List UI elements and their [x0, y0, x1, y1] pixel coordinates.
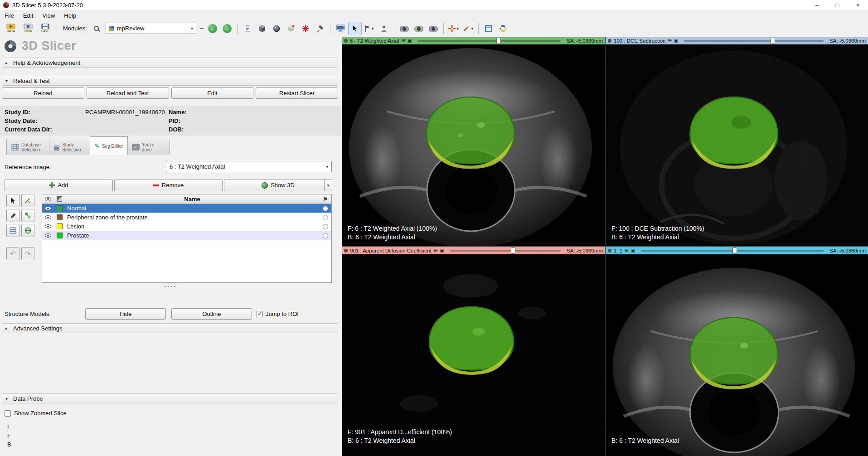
- section-advanced-settings[interactable]: ▸ Advanced Settings: [2, 323, 338, 333]
- segment-status-radio[interactable]: [323, 224, 328, 229]
- module-back-button[interactable]: ←: [206, 22, 219, 35]
- transforms-module-button[interactable]: [299, 22, 312, 35]
- models-module-button[interactable]: [284, 22, 298, 35]
- module-history-button[interactable]: [199, 23, 205, 34]
- slider-handle[interactable]: [771, 38, 775, 44]
- sphere-brush-button[interactable]: [21, 224, 34, 237]
- crosshair-button[interactable]: ▾: [447, 22, 461, 35]
- view-menu-icon[interactable]: ⊞: [434, 248, 437, 253]
- tab-seg-editor[interactable]: ✎ Seg Editor: [90, 136, 127, 155]
- segment-row-peripheral-zone[interactable]: Peripheral zone of the prostate: [42, 213, 331, 222]
- capture-view-button[interactable]: [398, 22, 411, 35]
- screenshot-button[interactable]: [334, 22, 347, 35]
- slice-offset-slider[interactable]: [417, 40, 561, 42]
- menu-file[interactable]: File: [0, 10, 19, 21]
- show-zoomed-slice-checkbox[interactable]: [5, 410, 11, 417]
- visibility-eye-icon[interactable]: [45, 206, 51, 210]
- restart-slicer-button[interactable]: Restart Slicer: [256, 87, 338, 99]
- slice-view-compare[interactable]: B: 6 : T2 Weighted Axial: [606, 254, 868, 456]
- slider-handle[interactable]: [732, 247, 737, 254]
- qt-designer-button[interactable]: [482, 22, 495, 35]
- segment-status-radio[interactable]: [323, 206, 328, 211]
- fill-between-slices-button[interactable]: [21, 209, 34, 222]
- reload-button[interactable]: Reload: [2, 87, 84, 99]
- edit-button[interactable]: Edit: [171, 87, 254, 99]
- menu-view[interactable]: View: [38, 10, 59, 21]
- jump-to-roi-checkbox[interactable]: ✓: [257, 311, 263, 317]
- module-history-list-button[interactable]: [241, 22, 254, 35]
- visibility-eye-icon[interactable]: [45, 233, 51, 238]
- hide-button[interactable]: Hide: [85, 308, 166, 320]
- section-reload-test[interactable]: ▾ Reload & Test: [2, 76, 338, 86]
- segment-status-radio[interactable]: [323, 233, 328, 238]
- module-search-button[interactable]: [90, 22, 103, 35]
- redo-button[interactable]: ↷: [21, 247, 34, 260]
- minimize-button[interactable]: –: [807, 0, 827, 10]
- patient-orientation-button[interactable]: [377, 22, 391, 35]
- module-forward-button[interactable]: →: [220, 22, 234, 35]
- segment-row-prostate[interactable]: Prostate: [42, 231, 331, 240]
- slice-offset-slider[interactable]: [450, 250, 561, 252]
- volumes-module-button[interactable]: [270, 22, 283, 35]
- view-menu-icon[interactable]: ⊞: [668, 38, 671, 43]
- segment-color-swatch[interactable]: [57, 205, 63, 211]
- menu-help[interactable]: Help: [59, 10, 81, 21]
- paint-effect-button[interactable]: [21, 194, 34, 207]
- tab-youre-done[interactable]: ✓ You're done: [127, 139, 170, 155]
- table-view-button[interactable]: [6, 224, 19, 237]
- slice-view-dce-subtraction[interactable]: F: 100 : DCE Subtraction (100%) B: 6 : T…: [606, 44, 868, 246]
- section-data-probe[interactable]: ▾ Data Probe: [2, 393, 338, 403]
- module-selector-combo[interactable]: mpReview ▾: [106, 23, 196, 34]
- slice-offset-slider[interactable]: [684, 40, 824, 42]
- show-3d-menu-arrow[interactable]: ▾: [324, 179, 332, 191]
- segment-color-swatch[interactable]: [57, 233, 63, 238]
- undo-button[interactable]: ↶: [6, 247, 19, 260]
- segment-row-normal[interactable]: Normal: [42, 204, 331, 213]
- view-link-icon[interactable]: ▣: [407, 38, 412, 43]
- segment-row-lesion[interactable]: Lesion: [42, 222, 331, 231]
- close-button[interactable]: ×: [848, 0, 868, 10]
- remove-segment-button[interactable]: Remove: [114, 179, 223, 191]
- add-segment-button[interactable]: Add: [5, 179, 113, 191]
- dicom-button[interactable]: DCM: [20, 21, 36, 36]
- slider-handle[interactable]: [511, 247, 515, 254]
- segment-color-swatch[interactable]: [57, 214, 63, 220]
- slider-handle[interactable]: [496, 38, 501, 44]
- pin-icon[interactable]: [344, 39, 348, 43]
- view-link-icon[interactable]: ▣: [631, 248, 635, 253]
- python-console-button[interactable]: [496, 22, 510, 35]
- view-link-icon[interactable]: ▣: [440, 248, 444, 253]
- tab-database-selection[interactable]: Database Selection: [6, 139, 49, 155]
- view-menu-icon[interactable]: ⊞: [401, 38, 405, 43]
- load-data-button[interactable]: DATA: [3, 21, 19, 36]
- capture-3d-view-button[interactable]: [427, 22, 440, 35]
- tab-study-selection[interactable]: ▤ Study Selection: [49, 139, 90, 155]
- view-link-icon[interactable]: ▣: [674, 38, 678, 43]
- visibility-eye-icon[interactable]: [45, 224, 51, 228]
- place-markup-button[interactable]: ▾: [363, 22, 376, 35]
- save-button[interactable]: SAVE: [37, 21, 53, 36]
- extensions-button[interactable]: ▾: [461, 22, 475, 35]
- section-help-acknowledgement[interactable]: ▸ Help & Acknowledgement: [2, 58, 338, 68]
- show-3d-button[interactable]: Show 3D ▾: [224, 179, 332, 191]
- menu-edit[interactable]: Edit: [19, 10, 38, 21]
- pin-icon[interactable]: [344, 249, 348, 252]
- panel-resize-handle[interactable]: [164, 285, 177, 288]
- data-module-button[interactable]: [255, 22, 269, 35]
- segment-editor-toolbar-button[interactable]: [313, 22, 327, 35]
- outline-button[interactable]: Outline: [171, 308, 252, 320]
- mouse-interaction-button[interactable]: [348, 22, 362, 35]
- pin-icon[interactable]: [608, 249, 611, 252]
- slice-view-t2-axial[interactable]: F: 6 : T2 Weighted Axial (100%) B: 6 : T…: [342, 44, 605, 246]
- draw-effect-button[interactable]: [6, 209, 19, 222]
- none-effect-button[interactable]: [6, 194, 19, 207]
- reference-image-combo[interactable]: 6 : T2 Weighted Axial ▾: [166, 161, 332, 172]
- slice-offset-slider[interactable]: [641, 250, 824, 252]
- visibility-eye-icon[interactable]: [45, 215, 51, 219]
- reload-and-test-button[interactable]: Reload and Test: [87, 87, 169, 99]
- pin-icon[interactable]: [608, 39, 611, 43]
- slice-view-adc[interactable]: F: 901 : Apparent D...efficient (100%) B…: [342, 254, 605, 456]
- segment-color-swatch[interactable]: [57, 223, 63, 229]
- capture-all-views-button[interactable]: [412, 22, 426, 35]
- maximize-button[interactable]: □: [827, 0, 848, 10]
